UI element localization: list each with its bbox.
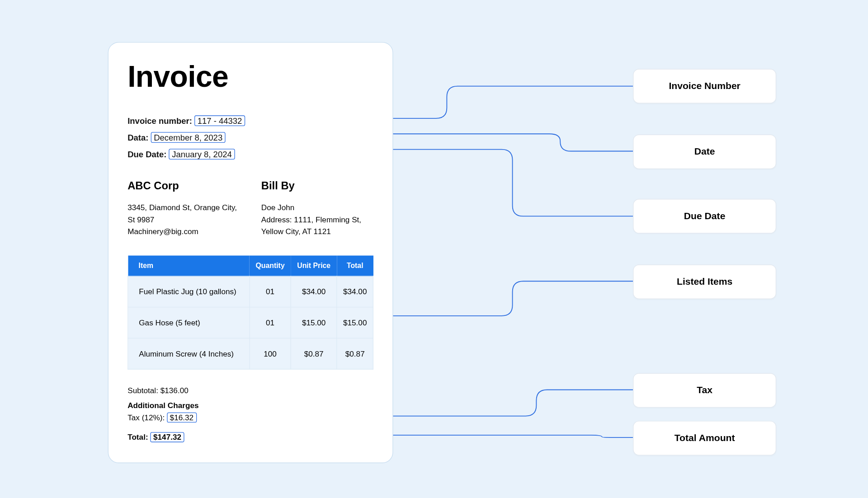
total-value: $147.32 [150,432,184,442]
billby-name: Doe John [261,202,373,214]
from-line1: 3345, Diamond St, Orange City, St 9987 [127,202,240,226]
tax-label: Tax (12%): [127,413,165,423]
tax-row: Tax (12%): $16.32 [127,413,373,423]
billby-heading: Bill By [261,180,373,193]
th-qty: Quantity [250,256,291,277]
th-unit: Unit Price [291,256,337,277]
total-row: Total: $147.32 [127,432,373,442]
callout-total-amount: Total Amount [633,421,776,456]
callout-invoice-number: Invoice Number [633,69,776,103]
tax-value: $16.32 [167,413,197,423]
cell-unit: $34.00 [291,277,337,308]
invoice-date-row: Data: December 8, 2023 [127,132,373,143]
diagram-stage: Invoice Invoice number: 117 - 44332 Data… [0,0,868,498]
invoice-due-value: January 8, 2024 [169,149,235,160]
parties-section: ABC Corp 3345, Diamond St, Orange City, … [127,180,373,238]
invoice-due-label: Due Date: [127,150,166,159]
additional-charges-label: Additional Charges [127,401,373,410]
subtotal-row: Subtotal: $136.00 [127,386,373,395]
cell-item: Fuel Plastic Jug (10 gallons) [128,277,250,308]
subtotal-value: $136.00 [160,386,189,395]
th-total: Total [337,256,373,277]
cell-total: $34.00 [337,277,373,308]
from-line2: Machinery@big.com [127,226,240,238]
callout-tax: Tax [633,373,776,408]
callout-listed-items: Listed Items [633,264,776,299]
table-header-row: Item Quantity Unit Price Total [128,256,373,277]
callout-due-date: Due Date [633,199,776,234]
callout-date: Date [633,135,776,169]
invoice-due-row: Due Date: January 8, 2024 [127,149,373,160]
total-label: Total: [127,433,148,442]
items-table: Item Quantity Unit Price Total Fuel Plas… [127,256,373,370]
billby-line1: Address: 1111, Flemming St, Yellow City,… [261,214,373,238]
billby-party: Bill By Doe John Address: 1111, Flemming… [261,180,373,238]
th-item: Item [128,256,250,277]
table-row: Aluminum Screw (4 Inches)100$0.87$0.87 [128,338,373,370]
invoice-card: Invoice Invoice number: 117 - 44332 Data… [108,42,393,463]
table-row: Gas Hose (5 feet)01$15.00$15.00 [128,307,373,338]
invoice-date-label: Data: [127,133,148,142]
cell-item: Aluminum Screw (4 Inches) [128,338,250,370]
cell-total: $0.87 [337,338,373,370]
invoice-number-label: Invoice number: [127,116,192,126]
table-row: Fuel Plastic Jug (10 gallons)01$34.00$34… [128,277,373,308]
cell-unit: $0.87 [291,338,337,370]
cell-item: Gas Hose (5 feet) [128,307,250,338]
from-name: ABC Corp [127,180,240,193]
invoice-number-row: Invoice number: 117 - 44332 [127,115,373,126]
cell-qty: 01 [250,307,291,338]
cell-total: $15.00 [337,307,373,338]
invoice-number-value: 117 - 44332 [194,115,245,126]
from-party: ABC Corp 3345, Diamond St, Orange City, … [127,180,240,238]
subtotal-label: Subtotal: [127,386,158,395]
cell-unit: $15.00 [291,307,337,338]
invoice-date-value: December 8, 2023 [151,132,226,143]
summary-section: Subtotal: $136.00 Additional Charges Tax… [127,386,373,442]
cell-qty: 01 [250,277,291,308]
cell-qty: 100 [250,338,291,370]
invoice-title: Invoice [127,59,373,94]
